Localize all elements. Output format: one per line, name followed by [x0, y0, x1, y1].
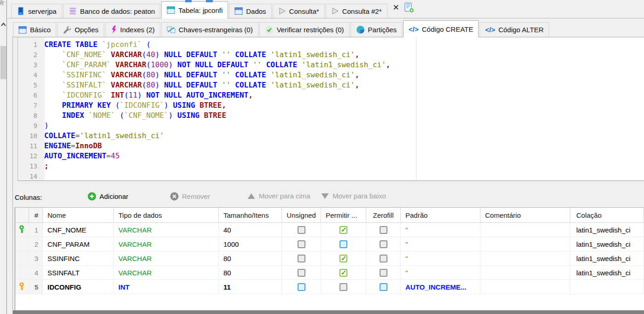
size-cell[interactable]: 80 [219, 266, 282, 280]
column-header-permitir[interactable]: Permitir ... [321, 208, 366, 223]
allow-null-checkbox[interactable] [340, 240, 347, 248]
comment-cell[interactable] [480, 237, 570, 251]
column-name-cell[interactable]: CNF_NOME [43, 223, 114, 237]
column-header-tamanho-itens[interactable]: Tamanho/Itens [219, 208, 282, 223]
tab-verificar-restri-es-0[interactable]: Verificar restrições (0) [259, 22, 350, 37]
size-cell[interactable]: 11 [219, 280, 282, 294]
collation-cell[interactable]: latin1_swedish_ci [570, 251, 644, 266]
collation-cell[interactable]: latin1_swedish_ci [570, 223, 644, 237]
sql-editor[interactable]: 1CREATE TABLE `jpconfi` (2 `CNF_NOME` VA… [18, 37, 644, 181]
zerofill-checkbox[interactable] [380, 240, 387, 248]
column-name-cell[interactable]: IDCONFIG [43, 280, 114, 294]
code-line-6[interactable]: 6 `IDCONFIG` INT(11) NOT NULL AUTO_INCRE… [18, 90, 644, 100]
code-line-13[interactable]: 13; [18, 161, 644, 171]
close-tab-button[interactable]: ✕ [387, 3, 404, 15]
column-name-cell[interactable]: SSINFINC [43, 251, 114, 266]
allow-null-checkbox[interactable] [340, 226, 347, 234]
collation-cell[interactable] [570, 280, 644, 294]
datatype-cell[interactable]: INT [114, 280, 219, 294]
code-line-12[interactable]: 12AUTO_INCREMENT=45 [18, 151, 644, 161]
column-name-cell[interactable]: SSINFALT [43, 266, 114, 280]
code-line-2[interactable]: 2 `CNF_NOME` VARCHAR(40) NULL DEFAULT ''… [18, 50, 644, 60]
column-header-zerofill[interactable]: Zerofill [366, 208, 401, 223]
column-header-unsigned[interactable]: Unsigned [282, 208, 321, 223]
column-name-cell[interactable]: CNF_PARAM [43, 237, 114, 251]
tab-op-es[interactable]: Opções [57, 22, 104, 37]
default-cell[interactable]: '' [401, 251, 480, 266]
tab-b-sico[interactable]: Básico [13, 22, 56, 37]
unsigned-checkbox[interactable] [298, 269, 305, 277]
column-header-[interactable]: # [29, 208, 43, 223]
column-header-icon[interactable] [15, 208, 29, 223]
adicionar-button[interactable]: Adicionar [88, 192, 129, 201]
grid-row-cnf-param[interactable]: 2CNF_PARAMVARCHAR1000''latin1_swedish_ci [15, 237, 644, 251]
code-line-9[interactable]: 9) [18, 121, 644, 131]
datatype-cell[interactable]: VARCHAR [114, 251, 219, 266]
allow-null-checkbox[interactable] [340, 255, 347, 262]
tab-c-digo-alter[interactable]: </>Código ALTER [480, 22, 549, 37]
unsigned-checkbox[interactable] [298, 240, 305, 248]
default-cell[interactable]: AUTO_INCREME... [401, 280, 480, 294]
tab-c-digo-create[interactable]: </>Código CREATE [403, 20, 479, 37]
unsigned-checkbox[interactable] [298, 283, 305, 291]
comment-cell[interactable] [480, 280, 570, 294]
code-line-10[interactable]: 10COLLATE='latin1_swedish_ci' [18, 131, 644, 141]
default-cell[interactable]: '' [401, 266, 480, 280]
column-header-cola-o[interactable]: Colação [570, 208, 644, 223]
columns-grid[interactable]: #NomeTipo de dadosTamanho/ItensUnsignedP… [15, 207, 644, 310]
column-header-coment-rio[interactable]: Comentário [480, 208, 570, 223]
code-line-4[interactable]: 4 `SSINFINC` VARCHAR(80) NULL DEFAULT ''… [18, 70, 644, 80]
tree-panel-scrollbar[interactable] [0, 0, 7, 314]
zerofill-checkbox[interactable] [380, 269, 387, 277]
tab-parti-es[interactable]: Partições [351, 22, 403, 37]
grid-row-idconfig[interactable]: 5IDCONFIGINT11AUTO_INCREME... [15, 280, 644, 294]
column-header-padr-o[interactable]: Padrão [401, 208, 480, 223]
default-cell[interactable]: '' [401, 237, 480, 251]
code-line-7[interactable]: 7 PRIMARY KEY (`IDCONFIG`) USING BTREE, [18, 100, 644, 110]
allow-null-checkbox[interactable] [340, 269, 347, 277]
bottom-splitter[interactable] [13, 310, 644, 314]
datatype-cell[interactable]: VARCHAR [114, 223, 219, 237]
code-line-1[interactable]: 1CREATE TABLE `jpconfi` ( [18, 40, 644, 50]
unsigned-checkbox[interactable] [298, 226, 305, 234]
default-cell[interactable]: '' [401, 223, 480, 237]
grid-row-cnf-nome[interactable]: 1CNF_NOMEVARCHAR40''latin1_swedish_ci [15, 223, 644, 237]
mover-para-cima-button[interactable]: Mover para cima [247, 192, 310, 200]
grid-row-ssinfalt[interactable]: 4SSINFALTVARCHAR80''latin1_swedish_ci [15, 266, 644, 280]
mover-para-baixo-button[interactable]: Mover para baixo [321, 192, 386, 200]
size-cell[interactable]: 1000 [219, 237, 282, 251]
column-header-tipo-de-dados[interactable]: Tipo de dados [114, 208, 219, 223]
comment-cell[interactable] [480, 251, 570, 266]
tab-dados[interactable]: Dados [229, 4, 271, 18]
tab-consulta-2[interactable]: Consulta #2* [326, 4, 387, 18]
collation-cell[interactable]: latin1_swedish_ci [570, 266, 644, 280]
size-cell[interactable]: 80 [219, 251, 282, 266]
code-line-14[interactable]: 14 [18, 171, 644, 181]
zerofill-checkbox[interactable] [380, 226, 387, 234]
comment-cell[interactable] [480, 223, 570, 237]
zerofill-checkbox[interactable] [380, 255, 387, 262]
collation-cell[interactable]: latin1_swedish_ci [570, 237, 644, 251]
datatype-cell[interactable]: VARCHAR [114, 237, 219, 251]
code-line-5[interactable]: 5 `SSINFALT` VARCHAR(80) NULL DEFAULT ''… [18, 80, 644, 90]
code-line-11[interactable]: 11ENGINE=InnoDB [18, 141, 644, 151]
tab-banco-de-dados-peaton[interactable]: Banco de dados: peaton [63, 4, 161, 18]
tab-serverjpa[interactable]: serverjpa [11, 4, 62, 18]
new-query-tab-button[interactable] [404, 2, 415, 15]
grid-row-ssinfinc[interactable]: 3SSINFINCVARCHAR80''latin1_swedish_ci [15, 251, 644, 266]
code-line-8[interactable]: 8 INDEX `NOME` (`CNF_NOME`) USING BTREE [18, 110, 644, 121]
datatype-cell[interactable]: VARCHAR [114, 266, 219, 280]
scroll-up-arrow-icon[interactable] [0, 20, 6, 29]
column-header-nome[interactable]: Nome [43, 208, 114, 223]
tab-chaves-estrangeiras-0[interactable]: Chaves-estrangeiras (0) [161, 22, 258, 37]
zerofill-checkbox[interactable] [380, 283, 387, 291]
size-cell[interactable]: 40 [219, 223, 282, 237]
tab-indexes-2[interactable]: Indexes (2) [105, 22, 160, 37]
remover-button[interactable]: Remover [170, 192, 210, 201]
unsigned-checkbox[interactable] [298, 255, 305, 262]
tab-consulta[interactable]: Consulta* [273, 4, 325, 18]
allow-null-checkbox[interactable] [340, 283, 347, 291]
tab-tabela-jpconfi[interactable]: Tabela: jpconfi [161, 1, 228, 18]
comment-cell[interactable] [480, 266, 570, 280]
scrollbar-thumb[interactable] [0, 46, 6, 79]
